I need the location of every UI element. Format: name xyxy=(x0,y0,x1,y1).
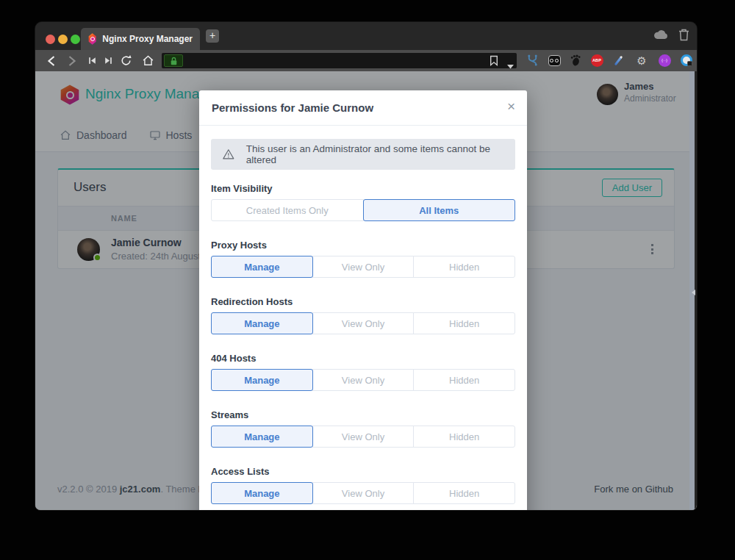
extension-proxy-switch-icon[interactable] xyxy=(526,54,539,67)
404-hosts-manage-button[interactable]: Manage xyxy=(211,369,313,391)
item-visibility-label: Item Visibility xyxy=(211,183,515,194)
proxy-hosts-label: Proxy Hosts xyxy=(211,240,515,251)
redirection-hosts-label: Redirection Hosts xyxy=(211,296,515,307)
proxy-hosts-manage-button[interactable]: Manage xyxy=(211,256,313,278)
desktop-background: Nginx Proxy Manager + xyxy=(0,0,735,560)
reload-button-icon[interactable] xyxy=(119,54,133,68)
proxy-hosts-view-only-button[interactable]: View Only xyxy=(312,256,415,278)
created-items-only-button[interactable]: Created Items Only xyxy=(211,199,364,221)
tabbar-right-controls xyxy=(653,22,689,50)
window-close-button[interactable] xyxy=(46,35,55,44)
redirection-hosts-group: Manage View Only Hidden xyxy=(211,312,515,334)
404-hosts-hidden-button[interactable]: Hidden xyxy=(413,369,515,391)
extension-purple-badge-icon[interactable]: {··} xyxy=(658,54,671,67)
redirection-hosts-view-only-button[interactable]: View Only xyxy=(312,312,415,334)
redirection-hosts-hidden-button[interactable]: Hidden xyxy=(413,312,515,334)
sync-cloud-icon[interactable] xyxy=(653,29,668,43)
modal-header: Permissions for Jamie Curnow × xyxy=(199,90,527,126)
access-lists-hidden-button[interactable]: Hidden xyxy=(413,482,515,504)
all-items-button[interactable]: All Items xyxy=(363,199,516,221)
modal-close-icon[interactable]: × xyxy=(507,98,515,115)
access-lists-label: Access Lists xyxy=(211,466,515,477)
access-lists-group: Manage View Only Hidden xyxy=(211,482,515,504)
alert-text: This user is an Administrator and some i… xyxy=(246,143,504,165)
extension-adblock-plus-icon[interactable]: ABP xyxy=(590,54,603,67)
bookmark-flag-icon[interactable] xyxy=(490,55,498,69)
streams-label: Streams xyxy=(211,409,515,420)
extension-picker-pen-icon[interactable] xyxy=(612,54,625,67)
page-viewport: Nginx Proxy Manager James Administrator … xyxy=(35,71,697,510)
forward-button-icon[interactable] xyxy=(65,54,79,68)
window-minimize-button[interactable] xyxy=(58,35,68,44)
warning-triangle-icon xyxy=(222,148,235,161)
streams-view-only-button[interactable]: View Only xyxy=(312,426,415,448)
npm-favicon-icon xyxy=(88,33,96,45)
extension-settings-gear-icon[interactable]: ⚙ xyxy=(635,54,648,67)
proxy-hosts-hidden-button[interactable]: Hidden xyxy=(413,256,515,278)
browser-window: Nginx Proxy Manager + xyxy=(35,22,697,510)
streams-group: Manage View Only Hidden xyxy=(211,426,515,448)
access-lists-manage-button[interactable]: Manage xyxy=(211,482,313,504)
access-lists-view-only-button[interactable]: View Only xyxy=(312,482,415,504)
back-button-icon[interactable] xyxy=(44,54,58,68)
tab-title: Nginx Proxy Manager xyxy=(102,34,193,44)
404-hosts-group: Manage View Only Hidden xyxy=(211,369,515,391)
modal-body: This user is an Administrator and some i… xyxy=(199,126,527,504)
404-hosts-label: 404 Hosts xyxy=(211,353,515,364)
extension-privacy-lock-icon[interactable] xyxy=(680,54,693,67)
extension-gnome-foot-icon[interactable] xyxy=(569,54,582,67)
bookmark-dropdown-caret-icon[interactable] xyxy=(507,59,514,72)
proxy-hosts-group: Manage View Only Hidden xyxy=(211,256,515,278)
404-hosts-view-only-button[interactable]: View Only xyxy=(312,369,415,391)
fast-forward-button-icon[interactable] xyxy=(101,54,115,68)
address-bar[interactable] xyxy=(162,53,517,68)
browser-tab[interactable]: Nginx Proxy Manager xyxy=(81,28,200,50)
redirection-hosts-manage-button[interactable]: Manage xyxy=(211,312,313,334)
rewind-button-icon[interactable] xyxy=(85,54,99,68)
admin-warning-alert: This user is an Administrator and some i… xyxy=(211,139,515,170)
trash-icon[interactable] xyxy=(678,29,689,44)
ssl-padlock-icon[interactable] xyxy=(164,54,183,67)
panel-toggle-icon[interactable] xyxy=(689,283,697,302)
window-zoom-button[interactable] xyxy=(71,35,80,44)
streams-hidden-button[interactable]: Hidden xyxy=(413,426,515,448)
home-button-icon[interactable] xyxy=(141,54,155,68)
permissions-modal: Permissions for Jamie Curnow × This user… xyxy=(199,90,527,510)
new-tab-button[interactable]: + xyxy=(206,29,219,43)
browser-tab-bar: Nginx Proxy Manager + xyxy=(35,22,697,50)
item-visibility-group: Created Items Only All Items xyxy=(211,199,515,221)
extension-goggles-icon[interactable] xyxy=(548,54,561,67)
streams-manage-button[interactable]: Manage xyxy=(211,426,313,448)
modal-title: Permissions for Jamie Curnow xyxy=(212,101,373,114)
browser-toolbar: ABP ⚙ {··} xyxy=(35,50,697,71)
